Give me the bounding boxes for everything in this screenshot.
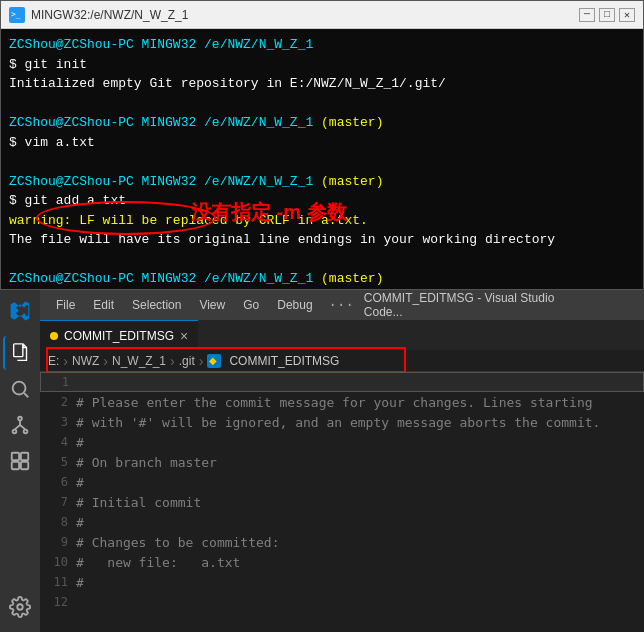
- activity-search-icon[interactable]: [3, 372, 37, 406]
- line-number-7: 7: [40, 495, 76, 509]
- window-title: COMMIT_EDITMSG - Visual Studio Code...: [364, 291, 579, 319]
- file-type-icon: [207, 354, 221, 368]
- editor-line-4: 4 #: [40, 432, 644, 452]
- cmd-1: $ git init: [9, 57, 87, 72]
- close-button[interactable]: ✕: [619, 8, 635, 22]
- cmd-3: $ git add a.txt: [9, 193, 126, 208]
- line-number-5: 5: [40, 455, 76, 469]
- warning-1: warning: LF will be replaced by CRLF in …: [9, 213, 368, 228]
- breadcrumb-part-2[interactable]: NWZ: [72, 354, 99, 368]
- menu-go[interactable]: Go: [235, 296, 267, 314]
- menu-view[interactable]: View: [191, 296, 233, 314]
- line-number-6: 6: [40, 475, 76, 489]
- svg-rect-0: [14, 344, 23, 357]
- svg-line-8: [20, 425, 26, 430]
- activity-extensions-icon[interactable]: [3, 444, 37, 478]
- vscode-logo-icon: [3, 294, 37, 328]
- terminal-window: MINGW32:/e/NWZ/N_W_Z_1 ─ □ ✕ ZCShou@ZCSh…: [0, 0, 644, 290]
- prompt-1: ZCShou@ZCShou-PC MINGW32 /e/NWZ/N_W_Z_1: [9, 37, 313, 52]
- line-number-4: 4: [40, 435, 76, 449]
- terminal-line-2: $ git init: [9, 55, 635, 75]
- prompt-2: ZCShou@ZCShou-PC MINGW32 /e/NWZ/N_W_Z_1: [9, 115, 321, 130]
- terminal-line-13: ZCShou@ZCShou-PC MINGW32 /e/NWZ/N_W_Z_1 …: [9, 269, 635, 289]
- terminal-controls: ─ □ ✕: [579, 8, 635, 22]
- minimize-button[interactable]: ─: [579, 8, 595, 22]
- terminal-line-6: $ vim a.txt: [9, 133, 635, 153]
- editor-line-10: 10 # new file: a.txt: [40, 552, 644, 572]
- editor-line-3: 3 # with '#' will be ignored, and an emp…: [40, 412, 644, 432]
- line-content-8: #: [76, 515, 84, 530]
- output-2: The file will have its original line end…: [9, 232, 555, 247]
- prompt-3: ZCShou@ZCShou-PC MINGW32 /e/NWZ/N_W_Z_1: [9, 174, 321, 189]
- activity-source-control-icon[interactable]: [3, 408, 37, 442]
- menu-edit[interactable]: Edit: [85, 296, 122, 314]
- editor-line-6: 6 #: [40, 472, 644, 492]
- menu-more-dots[interactable]: ···: [323, 295, 360, 315]
- terminal-line-9: $ git add a.txt: [9, 191, 635, 211]
- line-number-2: 2: [40, 395, 76, 409]
- branch-2: (master): [321, 115, 383, 130]
- menu-file[interactable]: File: [48, 296, 83, 314]
- svg-rect-9: [12, 453, 19, 460]
- vscode-area: File Edit Selection View Go Debug ··· CO…: [0, 290, 644, 632]
- breadcrumb-part-5[interactable]: COMMIT_EDITMSG: [229, 354, 339, 368]
- breadcrumb-part-3[interactable]: N_W_Z_1: [112, 354, 166, 368]
- svg-point-4: [13, 430, 17, 434]
- line-content-2: # Please enter the commit message for yo…: [76, 395, 593, 410]
- branch-3: (master): [321, 174, 383, 189]
- editor-line-7: 7 # Initial commit: [40, 492, 644, 512]
- svg-point-3: [18, 417, 22, 421]
- prompt-4: ZCShou@ZCShou-PC MINGW32 /e/NWZ/N_W_Z_1: [9, 271, 321, 286]
- terminal-body: ZCShou@ZCShou-PC MINGW32 /e/NWZ/N_W_Z_1 …: [1, 29, 643, 291]
- line-content-11: #: [76, 575, 84, 590]
- menu-debug[interactable]: Debug: [269, 296, 320, 314]
- svg-point-1: [13, 382, 26, 395]
- activity-files-icon[interactable]: [3, 336, 37, 370]
- maximize-button[interactable]: □: [599, 8, 615, 22]
- activity-settings-icon[interactable]: [3, 590, 37, 624]
- line-number-10: 10: [40, 555, 76, 569]
- tab-label: COMMIT_EDITMSG: [64, 329, 174, 343]
- breadcrumb-part-1[interactable]: E:: [48, 354, 59, 368]
- line-content-3: # with '#' will be ignored, and an empty…: [76, 415, 600, 430]
- line-number-11: 11: [40, 575, 76, 589]
- tab-close-button[interactable]: ×: [180, 328, 188, 344]
- breadcrumb-sep-4: ›: [199, 353, 204, 369]
- branch-4: (master): [321, 271, 383, 286]
- terminal-line-10: warning: LF will be replaced by CRLF in …: [9, 211, 635, 231]
- line-content-9: # Changes to be committed:: [76, 535, 280, 550]
- menu-selection[interactable]: Selection: [124, 296, 189, 314]
- line-number-12: 12: [40, 595, 76, 609]
- line-number-8: 8: [40, 515, 76, 529]
- terminal-line-3: Initialized empty Git repository in E:/N…: [9, 74, 635, 94]
- output-1: Initialized empty Git repository in E:/N…: [9, 76, 446, 91]
- svg-point-5: [24, 430, 28, 434]
- line-content-7: # Initial commit: [76, 495, 201, 510]
- terminal-title: MINGW32:/e/NWZ/N_W_Z_1: [31, 8, 579, 22]
- line-content-4: #: [76, 435, 84, 450]
- terminal-app-icon: [9, 7, 25, 23]
- svg-rect-12: [21, 462, 28, 469]
- breadcrumb-part-4[interactable]: .git: [179, 354, 195, 368]
- terminal-line-1: ZCShou@ZCShou-PC MINGW32 /e/NWZ/N_W_Z_1: [9, 35, 635, 55]
- menu-bar: File Edit Selection View Go Debug ··· CO…: [40, 290, 644, 320]
- activity-bar: [0, 290, 40, 632]
- line-content-10: # new file: a.txt: [76, 555, 240, 570]
- tab-bar: COMMIT_EDITMSG ×: [40, 320, 644, 350]
- editor-line-9: 9 # Changes to be committed:: [40, 532, 644, 552]
- svg-rect-10: [21, 453, 28, 460]
- breadcrumb-sep-3: ›: [170, 353, 175, 369]
- editor-line-11: 11 #: [40, 572, 644, 592]
- tab-modified-dot: [50, 332, 58, 340]
- line-number-9: 9: [40, 535, 76, 549]
- line-content-6: #: [76, 475, 84, 490]
- svg-line-7: [15, 425, 21, 430]
- terminal-line-8: ZCShou@ZCShou-PC MINGW32 /e/NWZ/N_W_Z_1 …: [9, 172, 635, 192]
- line-content-5: # On branch master: [76, 455, 217, 470]
- editor-line-1[interactable]: 1: [40, 372, 644, 392]
- svg-rect-11: [12, 462, 19, 469]
- tab-commit-editmsg[interactable]: COMMIT_EDITMSG ×: [40, 320, 198, 350]
- editor-line-8: 8 #: [40, 512, 644, 532]
- editor[interactable]: 1 2 # Please enter the commit message fo…: [40, 372, 644, 632]
- svg-line-2: [24, 393, 28, 397]
